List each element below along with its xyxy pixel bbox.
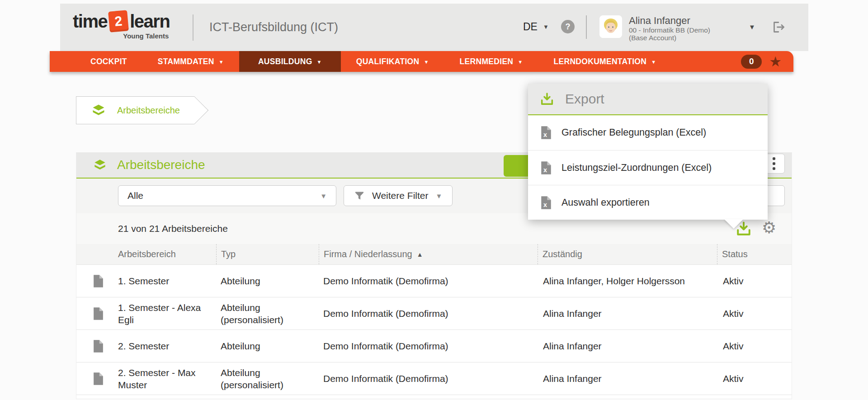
logo-text-time: time: [73, 11, 107, 32]
cell-name: 2. Semester - Max Muster: [118, 362, 216, 395]
notification-badge[interactable]: 0: [741, 55, 762, 69]
chevron-down-icon: ▼: [651, 59, 656, 65]
language-label: DE: [523, 21, 538, 33]
cell-company: Demo Informatik (Demofirma): [319, 297, 538, 329]
cell-type: Abteilung (personalisiert): [216, 297, 319, 329]
more-filters-label: Weitere Filter: [372, 190, 428, 201]
export-menu-header: Export: [528, 84, 768, 115]
header-divider: [193, 14, 193, 41]
cell-responsible: Alina Infanger: [538, 297, 717, 329]
user-info: Alina Infanger 00 - Informatik BB (Demo)…: [629, 15, 710, 42]
favorites-star-icon[interactable]: ★: [769, 55, 782, 69]
column-label: Firma / Niederlassung: [324, 249, 412, 259]
cell-company: Demo Informatik (Demofirma): [319, 362, 538, 395]
nav-right-cluster: 0 ★: [741, 51, 793, 72]
filter-select-all[interactable]: Alle ▼: [118, 185, 336, 206]
chevron-down-icon: ▼: [543, 24, 549, 30]
nav-label: LERNMEDIEN: [460, 57, 514, 66]
table-row-partial: [76, 395, 792, 399]
svg-text:x: x: [543, 166, 547, 174]
column-header-zustaendig[interactable]: Zuständig: [538, 244, 717, 264]
page: time 2 learn Young Talents ICT-Berufsbil…: [0, 0, 868, 400]
svg-text:x: x: [543, 131, 547, 138]
user-name: Alina Infanger: [629, 15, 710, 26]
nav-item-lerndokumentation[interactable]: LERNDOKUMENTATION ▼: [538, 51, 672, 72]
more-filters-button[interactable]: Weitere Filter ▼: [344, 185, 453, 206]
logo-book-icon: 2: [108, 10, 129, 32]
sort-ascending-icon: ▲: [417, 251, 423, 258]
gear-icon[interactable]: ⚙: [762, 216, 776, 239]
nav-item-lernmedien[interactable]: LERNMEDIEN ▼: [444, 51, 538, 72]
kebab-dot: [773, 157, 775, 160]
result-count: 21 von 21 Arbeitsbereiche: [118, 223, 228, 234]
column-header-firma[interactable]: Firma / Niederlassung ▲: [319, 244, 538, 264]
cell-responsible: Alina Infanger, Holger Holgersson: [538, 265, 717, 297]
nav-label: STAMMDATEN: [158, 57, 214, 66]
table-row[interactable]: 2. Semester - Max Muster Abteilung (pers…: [76, 362, 792, 395]
column-header-typ[interactable]: Typ: [216, 244, 319, 264]
cell-status: Aktiv: [717, 362, 792, 395]
column-label: Typ: [221, 249, 236, 259]
table-row[interactable]: 1. Semester - Alexa Egli Abteilung (pers…: [76, 297, 792, 329]
table-header: Arbeitsbereich Typ Firma / Niederlassung…: [76, 244, 792, 264]
page-title: Arbeitsbereiche: [117, 158, 205, 172]
cell-name: 1. Semester - Alexa Egli: [118, 297, 216, 329]
cell-status: Aktiv: [717, 330, 792, 362]
language-selector[interactable]: DE ▼: [523, 21, 549, 33]
excel-file-icon: x: [541, 126, 552, 140]
funnel-icon: [354, 190, 365, 201]
chevron-down-icon: ▼: [317, 59, 322, 65]
export-item-auswahl[interactable]: x Auswahl exportieren: [528, 185, 768, 220]
cell-company: Demo Informatik (Demofirma): [319, 330, 538, 362]
cell-responsible: Alina Infanger: [538, 362, 717, 395]
export-item-label: Leistungsziel-Zuordnungen (Excel): [561, 162, 712, 174]
table-row[interactable]: 1. Semester Abteilung Demo Informatik (D…: [76, 264, 792, 297]
user-role-line2: (Base Account): [629, 34, 710, 42]
column-label: Arbeitsbereich: [118, 249, 176, 259]
chevron-down-icon: ▼: [424, 59, 429, 65]
breadcrumb[interactable]: Arbeitsbereiche: [76, 96, 194, 124]
app-header: time 2 learn Young Talents ICT-Berufsbil…: [60, 4, 808, 51]
nav-item-ausbildung[interactable]: AUSBILDUNG ▼: [239, 51, 341, 72]
column-header-arbeitsbereich[interactable]: Arbeitsbereich: [76, 244, 216, 264]
export-item-label: Auswahl exportieren: [561, 197, 650, 208]
layers-icon: [94, 159, 106, 171]
export-menu-pointer: [724, 219, 743, 229]
column-header-status[interactable]: Status: [717, 244, 792, 264]
breadcrumb-label: Arbeitsbereiche: [117, 105, 180, 116]
kebab-dot: [773, 167, 775, 170]
app-title: ICT-Berufsbildung (ICT): [209, 20, 338, 34]
download-icon: [540, 92, 554, 106]
user-role-line1: 00 - Informatik BB (Demo): [629, 26, 710, 34]
logout-button[interactable]: [772, 21, 786, 33]
nav-item-cockpit[interactable]: COCKPIT: [75, 51, 142, 72]
excel-file-icon: x: [541, 161, 552, 175]
kebab-dot: [773, 162, 775, 165]
logo[interactable]: time 2 learn Young Talents: [73, 11, 170, 40]
header-divider-2: [586, 15, 587, 39]
cell-name: 1. Semester: [118, 265, 216, 297]
main-nav: COCKPIT STAMMDATEN ▼ AUSBILDUNG ▼ QUALIF…: [50, 51, 793, 72]
help-button[interactable]: ?: [561, 20, 575, 33]
cell-type: Abteilung: [216, 265, 319, 297]
cell-status: Aktiv: [717, 265, 792, 297]
cell-status: Aktiv: [717, 297, 792, 329]
nav-item-qualifikation[interactable]: QUALIFIKATION ▼: [341, 51, 444, 72]
chevron-down-icon: ▼: [219, 59, 224, 65]
nav-label: COCKPIT: [90, 57, 127, 66]
export-menu: Export x Grafischer Belegungsplan (Excel…: [528, 84, 768, 220]
row-file-icon: [76, 330, 118, 362]
logo-tagline: Young Talents: [73, 32, 170, 40]
table-row[interactable]: 2. Semester Abteilung Demo Informatik (D…: [76, 329, 792, 362]
export-item-belegungsplan[interactable]: x Grafischer Belegungsplan (Excel): [528, 115, 768, 150]
svg-text:x: x: [543, 201, 547, 208]
nav-label: QUALIFIKATION: [356, 57, 420, 66]
column-label: Zuständig: [542, 249, 582, 259]
export-item-leistungsziel[interactable]: x Leistungsziel-Zuordnungen (Excel): [528, 150, 768, 185]
row-file-icon: [76, 297, 118, 329]
cell-type: Abteilung (personalisiert): [216, 362, 319, 395]
nav-item-stammdaten[interactable]: STAMMDATEN ▼: [142, 51, 239, 72]
chevron-down-icon: ▼: [320, 193, 327, 199]
row-file-icon: [76, 265, 118, 297]
chevron-down-icon: ▼: [435, 193, 442, 199]
